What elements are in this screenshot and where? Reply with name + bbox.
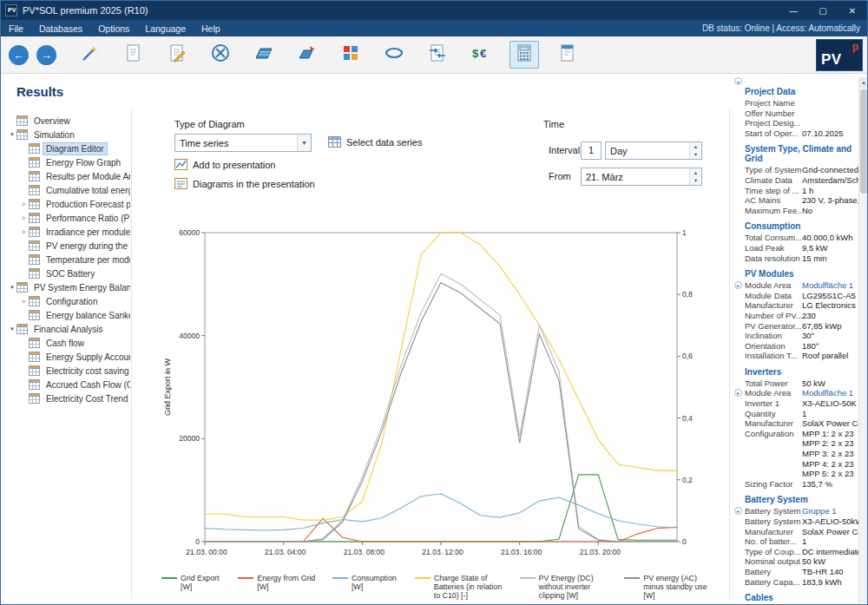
sidebar-item-label: SOC Battery: [43, 267, 98, 280]
sidebar-item-label: Energy Supply Account: [43, 351, 131, 364]
sidebar-item-results-per-module-area[interactable]: Results per Module Area: [8, 169, 131, 183]
row-value: 67,85 kWp: [802, 321, 858, 332]
sidebar-item-energy-supply-account[interactable]: Energy Supply Account: [8, 350, 131, 364]
from-date-spinner[interactable]: 21. März ▲▼: [581, 168, 702, 186]
collapse-icon[interactable]: ▾: [8, 326, 16, 332]
row-value: 183,9 kWh: [802, 577, 858, 588]
section-title: Inverters: [745, 367, 858, 377]
toolbar-button-edit-document[interactable]: [162, 41, 192, 69]
spinner-arrows-icon[interactable]: ▲▼: [689, 142, 701, 159]
toolbar-button-cable[interactable]: [379, 41, 409, 69]
row-label: Inverter 1: [745, 398, 802, 409]
sidebar-item-accrued-cash-flow-cash-b[interactable]: Accrued Cash Flow (Cash B: [8, 378, 131, 391]
diagram-chart: 020000400006000000,20,40,60,8121.03. 00:…: [160, 222, 703, 571]
menu-item-options[interactable]: Options: [90, 20, 137, 36]
toolbar-button-report[interactable]: [553, 41, 582, 69]
expand-icon[interactable]: ▹: [20, 228, 29, 235]
row-value: 135,7 %: [802, 479, 858, 490]
spinner-arrows-icon[interactable]: ▲▼: [689, 168, 701, 185]
expand-icon[interactable]: ▸: [734, 281, 742, 289]
sheet-icon: [16, 324, 28, 334]
toolbar-button-structure[interactable]: [336, 41, 365, 69]
row-label: Offer Number: [745, 109, 802, 119]
legend-label: Energy from Grid [W]: [257, 574, 320, 591]
toolbar-button-tariff[interactable]: $€: [466, 41, 496, 69]
add-to-presentation-button[interactable]: Add to presentation: [174, 159, 275, 170]
sidebar-item-electricity-cost-trend-price[interactable]: Electricity Cost Trend (Price: [8, 391, 131, 405]
sidebar-item-electricity-cost-saving[interactable]: Electricity cost saving: [8, 364, 131, 378]
expand-icon[interactable]: ▹: [20, 298, 29, 305]
diagrams-in-presentation-button[interactable]: Diagrams in the presentation: [174, 178, 315, 189]
close-project-icon: [210, 43, 231, 67]
row-label: Module Data: [745, 291, 802, 301]
interval-unit-select[interactable]: Day ▲▼: [605, 141, 702, 160]
collapse-all-icon[interactable]: ▴: [734, 77, 742, 85]
row-value[interactable]: Gruppe 1: [802, 506, 858, 516]
menu-item-file[interactable]: File: [1, 20, 31, 36]
back-button[interactable]: ←: [9, 45, 29, 65]
forward-button[interactable]: →: [36, 45, 56, 65]
close-button[interactable]: ✕: [838, 1, 867, 20]
sidebar-item-irradiance-per-module-area[interactable]: ▹Irradiance per module area: [8, 225, 131, 239]
sidebar-item-label: PV energy during the obser: [43, 240, 131, 253]
sidebar-item-production-forecast-per-inv[interactable]: ▹Production Forecast per Inv: [8, 197, 131, 211]
sidebar-item-label: Electricity cost saving: [43, 365, 131, 378]
sidebar-item-financial-analysis[interactable]: ▾Financial Analysis: [8, 322, 131, 336]
window-title: PV*SOL premium 2025 (R10): [23, 5, 148, 16]
row-value: LG Electronics Inc.: [802, 300, 858, 311]
menu-item-databases[interactable]: Databases: [31, 20, 90, 36]
select-data-series-button[interactable]: Select data series: [328, 136, 422, 148]
row-label: Quantity: [745, 409, 802, 419]
sidebar-item-cash-flow[interactable]: Cash flow: [8, 336, 131, 350]
toolbar-button-pv-module[interactable]: [249, 41, 279, 69]
scroll-up-icon[interactable]: ▲: [859, 77, 868, 88]
sidebar-item-cumulative-total-energy-ge[interactable]: Cumulative total energy ge: [8, 183, 131, 197]
sidebar-item-soc-battery[interactable]: SOC Battery: [8, 266, 131, 280]
sidebar-item-overview[interactable]: Overview: [8, 114, 131, 128]
toolbar-button-close-project[interactable]: [206, 41, 235, 69]
sheet-icon: [29, 379, 40, 390]
row-label: Battery System: [745, 506, 802, 516]
title-bar: PV PV*SOL premium 2025 (R10) — ▢ ✕: [1, 1, 867, 20]
toolbar-button-exchange[interactable]: [423, 41, 452, 69]
toolbar-button-new-document[interactable]: [119, 41, 148, 69]
tariff-icon: $€: [470, 43, 491, 67]
collapse-icon[interactable]: ▾: [8, 284, 16, 291]
row-value[interactable]: Modulfläche 1: [802, 280, 858, 291]
row-label: Maximum Fee...: [745, 206, 802, 216]
diagram-type-select[interactable]: Time series ▼: [174, 134, 312, 152]
sidebar-item-energy-balance-sankey-dia[interactable]: Energy balance Sankey-Dia: [8, 308, 131, 322]
row-label: Sizing Factor: [745, 479, 802, 490]
menu-item-language[interactable]: Language: [137, 20, 194, 36]
toolbar-button-shading[interactable]: [293, 41, 322, 69]
sidebar-item-energy-flow-graph[interactable]: Energy Flow Graph: [8, 155, 131, 169]
expand-icon[interactable]: ▹: [20, 201, 29, 207]
row-value: 1: [802, 409, 858, 419]
svg-text:21.03. 16:00: 21.03. 16:00: [501, 548, 542, 556]
sidebar-item-pv-energy-during-the-obser[interactable]: PV energy during the obser: [8, 239, 131, 253]
expand-icon[interactable]: ▸: [734, 389, 742, 397]
expand-icon[interactable]: ▸: [734, 507, 742, 515]
collapse-icon[interactable]: ▾: [8, 131, 16, 138]
menu-item-help[interactable]: Help: [194, 20, 228, 36]
sidebar-item-performance-ratio-pr-per[interactable]: ▹Performance Ratio (PR) per: [8, 211, 131, 225]
summary-row: Inverter 1X3-AELIO-50K: [745, 398, 858, 409]
sidebar-item-temperature-per-module-ar[interactable]: Temperature per module ar: [8, 253, 131, 266]
row-value[interactable]: Modulfläche 1: [802, 388, 858, 398]
interval-input[interactable]: 1: [581, 141, 602, 160]
minimize-button[interactable]: —: [779, 1, 808, 20]
row-label: Battery System: [745, 516, 802, 527]
row-value: DC intermediate circ...: [802, 547, 858, 557]
sidebar-item-diagram-editor[interactable]: Diagram Editor: [8, 141, 131, 155]
sidebar-item-configuration[interactable]: ▹Configuration: [8, 294, 131, 308]
toolbar-button-wizard[interactable]: [76, 41, 105, 69]
toolbar-button-calculator[interactable]: [510, 41, 539, 69]
scrollbar-thumb[interactable]: [860, 89, 868, 194]
sidebar-item-simulation[interactable]: ▾Simulation: [8, 128, 131, 141]
row-value: 15 min: [802, 253, 858, 264]
summary-row: BatteryTB-HR 140: [745, 567, 858, 577]
maximize-button[interactable]: ▢: [808, 1, 838, 20]
row-value: MPP 2: 2 x 23: [802, 438, 858, 449]
sidebar-item-pv-system-energy-balance[interactable]: ▾PV System Energy Balance: [8, 280, 131, 294]
expand-icon[interactable]: ▹: [20, 214, 29, 221]
